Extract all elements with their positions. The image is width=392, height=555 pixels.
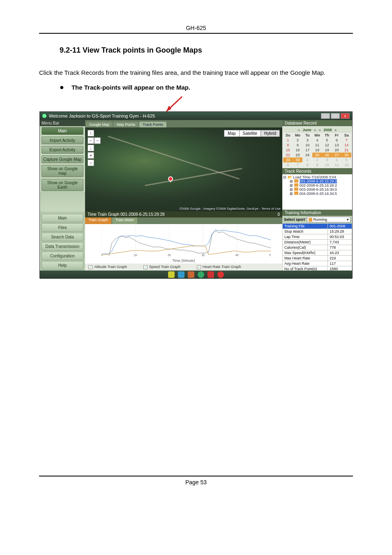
cal-day[interactable]: 27 (332, 153, 342, 157)
cal-day[interactable]: 6 (283, 162, 293, 167)
cal-day[interactable]: 4 (312, 138, 322, 143)
tab-track-points[interactable]: Track Points (139, 122, 166, 127)
cal-day[interactable]: 21 (341, 148, 351, 153)
map-type-hybrid[interactable]: Hybrid (261, 130, 280, 137)
sidebar-btn-show-map[interactable]: Show on Google map (42, 165, 83, 177)
info-row: Max Heart Rate219 (283, 256, 352, 261)
tree-item[interactable]: ⊞ 003-2008-6-25:16:30:0 (283, 187, 351, 192)
cal-day[interactable]: 30 (293, 157, 303, 162)
cal-day[interactable]: 29 (283, 157, 293, 162)
cal-day[interactable]: 19 (322, 148, 332, 153)
map-zoom-out-icon[interactable]: − (88, 160, 94, 166)
map-zoom-in-icon[interactable]: + (88, 152, 94, 159)
cal-day[interactable]: 6 (332, 138, 342, 143)
cal-day[interactable]: 8 (283, 143, 293, 148)
sidebar-btn-main[interactable]: Main (42, 127, 83, 135)
cal-day[interactable]: 2 (293, 138, 303, 143)
legend-speed[interactable]: ✓Speed Train Graph (143, 265, 180, 269)
cal-day[interactable]: 20 (332, 148, 342, 153)
cal-day[interactable]: 1 (302, 157, 312, 162)
close-button[interactable]: x (341, 113, 350, 119)
cal-day[interactable]: 8 (302, 162, 312, 167)
cal-day[interactable]: 13 (332, 143, 342, 148)
nav-config[interactable]: Configuration (42, 252, 83, 260)
cal-day[interactable]: 9 (293, 143, 303, 148)
header-rule (39, 33, 353, 34)
cal-day[interactable]: 5 (341, 157, 351, 162)
cal-day[interactable]: 10 (322, 162, 332, 167)
cal-day[interactable]: 4 (332, 157, 342, 162)
sidebar-btn-import[interactable]: Import Activity (42, 136, 83, 144)
nav-data-tx[interactable]: Data Transmission (42, 242, 83, 251)
cal-day[interactable]: 2 (312, 157, 322, 162)
cal-day[interactable]: 11 (332, 162, 342, 167)
cal-day[interactable]: 26 (322, 153, 332, 157)
cal-day[interactable]: 9 (312, 162, 322, 167)
tab-google-map[interactable]: Google Map (86, 122, 113, 127)
chart-xlabel: Time (Minute) (85, 259, 282, 263)
toolbar-icon-2[interactable] (178, 271, 184, 278)
toolbar-icon-1[interactable] (168, 271, 175, 278)
cal-next-icon[interactable]: ► (334, 128, 338, 132)
map-viewport[interactable]: ↑ ← → ↓ + − Map Satellite Hybrid (85, 127, 282, 211)
map-nav-controls: ↑ ← → ↓ + − (88, 130, 101, 167)
cal-mid-icon[interactable]: ► ◄ (314, 128, 321, 132)
nav-help[interactable]: Help (42, 261, 83, 270)
map-right-icon[interactable]: → (94, 137, 101, 144)
map-left-icon[interactable]: ← (88, 137, 94, 144)
cal-day[interactable]: 18 (312, 148, 322, 153)
cal-day[interactable]: 7 (341, 138, 351, 143)
left-sidebar: Menu Bar Main Import Activity Export Act… (40, 120, 85, 271)
cal-day[interactable]: 24 (302, 153, 312, 157)
doc-header: GH-625 (39, 25, 353, 31)
cal-day[interactable]: 10 (302, 143, 312, 148)
cal-day[interactable]: 14 (341, 143, 351, 148)
cal-day[interactable]: 15 (283, 148, 293, 153)
sidebar-btn-export[interactable]: Export Activity (42, 146, 83, 154)
cal-prev-icon[interactable]: ◄ (297, 128, 300, 132)
map-type-selector: Map Satellite Hybrid (224, 130, 280, 137)
cal-day[interactable]: 1 (283, 138, 293, 143)
cal-day[interactable]: 23 (293, 153, 303, 157)
cal-day[interactable]: 17 (302, 148, 312, 153)
cal-day[interactable]: 5 (322, 138, 332, 143)
map-up-icon[interactable]: ↑ (88, 130, 94, 136)
minimize-button[interactable]: _ (321, 113, 330, 119)
sidebar-btn-show-earth[interactable]: Show on Google Earth (42, 179, 83, 191)
window-titlebar: Welcome Jackson to GS-Sport Training Gym… (40, 112, 352, 120)
map-down-icon[interactable]: ↓ (88, 145, 94, 151)
cal-day[interactable]: 12 (322, 143, 332, 148)
cal-day[interactable]: 11 (312, 143, 322, 148)
map-type-satellite[interactable]: Satellite (239, 130, 261, 137)
nav-files[interactable]: Files (42, 223, 83, 232)
cal-day[interactable]: 12 (341, 162, 351, 167)
tree-root[interactable]: ⊟ 📂 Load Time-7/16/2008 3:04 (283, 175, 351, 179)
nav-main[interactable]: Main (42, 214, 83, 222)
maximize-button[interactable]: □ (331, 113, 340, 119)
sidebar-btn-capture[interactable]: Capture Google Map (42, 155, 83, 163)
folder-icon (294, 183, 298, 187)
cal-day[interactable]: 3 (302, 138, 312, 143)
cal-day[interactable]: 3 (322, 157, 332, 162)
cal-day[interactable]: 7 (293, 162, 303, 167)
cal-day[interactable]: 16 (293, 148, 303, 153)
select-sport-dropdown[interactable]: Running▾ (307, 217, 350, 222)
info-row: Avg Heart Rate117 (283, 261, 352, 266)
toolbar-icon-4[interactable] (198, 271, 204, 278)
tab-train-graph[interactable]: Train Graph (85, 217, 111, 224)
legend-hr[interactable]: ✓Heart Rate Train Graph (197, 265, 241, 269)
cal-day[interactable]: 28 (341, 153, 351, 157)
map-type-map[interactable]: Map (224, 130, 239, 137)
tab-way-points[interactable]: Way Points (113, 122, 138, 127)
tree-item[interactable]: ⊞ 004-2008-6-25:16:34:5 (283, 192, 351, 196)
cal-day[interactable]: 25 (312, 153, 322, 157)
tree-item[interactable]: ⊞ 001-2008-6-25:15:29:2 (283, 179, 351, 183)
legend-altitude[interactable]: ✓Altitude Train Graph (88, 265, 127, 269)
cal-day[interactable]: 22 (283, 153, 293, 157)
toolbar-close-icon[interactable] (217, 271, 224, 278)
tab-train-meter[interactable]: Train Meter (112, 217, 138, 224)
nav-search[interactable]: Search Data (42, 233, 83, 241)
toolbar-icon-5[interactable] (208, 271, 214, 278)
toolbar-icon-3[interactable] (188, 271, 194, 278)
tree-item[interactable]: ⊞ 002-2008-6-25:16:26:2 (283, 183, 351, 187)
